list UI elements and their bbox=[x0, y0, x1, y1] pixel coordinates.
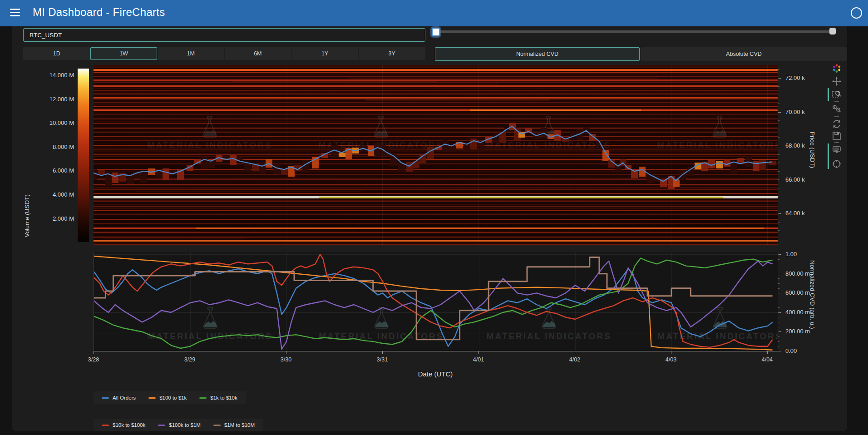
volume-tick: 6.000 M bbox=[14, 167, 74, 174]
app-header: MI Dashboard - FireCharts bbox=[0, 0, 868, 26]
legend-item--1k-to-10k[interactable]: $1k to $10k bbox=[199, 395, 237, 400]
price-axis-title: Price (USDT) bbox=[809, 132, 816, 168]
modebar-separator bbox=[834, 142, 839, 143]
date-tick: 3/30 bbox=[281, 356, 291, 363]
cvd-tick: 1.00 bbox=[785, 251, 797, 257]
legend-label: All Orders bbox=[113, 395, 136, 400]
date-tick: 4/03 bbox=[666, 356, 676, 363]
timeframe-3y-button[interactable]: 3Y bbox=[358, 47, 425, 60]
active-option-indicator bbox=[828, 143, 829, 169]
price-tick: 70.00 k bbox=[785, 109, 805, 115]
date-axis-title: Date (UTC) bbox=[418, 370, 453, 378]
price-line bbox=[94, 126, 772, 181]
volume-tick: 12.000 M bbox=[14, 96, 74, 103]
legend-item--1m-to-10m[interactable]: $1M to $10M bbox=[213, 422, 255, 428]
legend-item-all-orders[interactable]: All Orders bbox=[102, 395, 136, 400]
timeframe-1d-button[interactable]: 1D bbox=[23, 47, 90, 60]
price-tick: 66.00 k bbox=[785, 176, 805, 183]
legend-label: $100 to $1k bbox=[159, 395, 187, 400]
reset-axes-icon[interactable] bbox=[832, 119, 842, 129]
cvd-tick: 400.00 m bbox=[785, 309, 810, 316]
volume-colorbar bbox=[78, 69, 89, 242]
timeframe-button-group: 1D 1W 1M 6M 1Y 3Y bbox=[23, 47, 425, 60]
symbol-input[interactable] bbox=[29, 29, 416, 41]
legend-swatch bbox=[102, 425, 109, 426]
cvd-tick: 200.00 m bbox=[785, 328, 810, 335]
normalized-cvd-button[interactable]: Normalized CVD bbox=[435, 47, 640, 61]
date-tick: 4/04 bbox=[762, 356, 773, 363]
save-icon[interactable] bbox=[832, 131, 842, 141]
timeframe-1y-button[interactable]: 1Y bbox=[291, 47, 359, 60]
legend-label: $1k to $10k bbox=[210, 395, 237, 400]
legend-swatch bbox=[158, 425, 165, 426]
legend-row-2: $10k to $100k$100k to $1M$1M to $10M bbox=[94, 419, 263, 431]
date-tick: 3/31 bbox=[377, 356, 388, 363]
cvd-series--100-to-1k bbox=[94, 256, 773, 350]
plotly-logo-icon[interactable] bbox=[832, 64, 842, 74]
comments-icon[interactable] bbox=[832, 145, 842, 155]
date-tick: 3/29 bbox=[184, 356, 195, 363]
status-circle-icon[interactable] bbox=[851, 7, 862, 19]
legend-swatch bbox=[199, 397, 207, 399]
cvd-axis-title: Normalized CVD (arb. u.) bbox=[809, 260, 816, 329]
slider-handle-min[interactable] bbox=[432, 28, 440, 36]
slider-handle-max[interactable] bbox=[829, 28, 836, 35]
slider-track[interactable] bbox=[434, 30, 834, 33]
date-tick: 3/28 bbox=[88, 356, 99, 363]
absolute-cvd-button[interactable]: Absolute CVD bbox=[641, 47, 847, 61]
legend-label: $1M to $10M bbox=[224, 422, 255, 428]
cvd-tick: 800.00 m bbox=[785, 270, 810, 277]
legend-label: $10k to $100k bbox=[113, 422, 145, 428]
crosshair-spikes-icon[interactable] bbox=[832, 159, 842, 169]
legend-row-1: All Orders$100 to $1k$1k to $10k bbox=[94, 391, 246, 404]
legend-item--100-to-1k[interactable]: $100 to $1k bbox=[148, 395, 187, 400]
volume-tick: 8.000 M bbox=[14, 143, 74, 150]
price-tick: 68.00 k bbox=[785, 142, 805, 149]
date-range-slider[interactable] bbox=[432, 27, 837, 35]
volume-tick: 2.000 M bbox=[14, 215, 74, 222]
cvd-tick: 600.00 m bbox=[785, 289, 810, 296]
date-tick: 4/01 bbox=[473, 356, 484, 363]
volume-tick: 10.000 M bbox=[14, 119, 74, 126]
x-axis-line bbox=[94, 351, 778, 351]
zoom-in-out-icon[interactable] bbox=[832, 104, 842, 114]
legend-swatch bbox=[148, 397, 156, 399]
timeframe-1m-button[interactable]: 1M bbox=[157, 47, 224, 60]
volume-tick: 14.000 M bbox=[14, 72, 74, 79]
cvd-series--10k-to-100k bbox=[94, 254, 773, 347]
legend-swatch bbox=[102, 397, 109, 399]
timeframe-1w-button[interactable]: 1W bbox=[90, 47, 158, 60]
legend-swatch bbox=[213, 425, 221, 426]
price-heatmap-chart[interactable]: MATERIAL INDICATORSMATERIAL INDICATORSMA… bbox=[94, 65, 778, 245]
pan-tool-icon[interactable] bbox=[832, 76, 842, 86]
modebar-separator bbox=[834, 116, 839, 117]
price-tick: 64.00 k bbox=[785, 210, 805, 217]
box-zoom-tool-icon[interactable] bbox=[832, 89, 842, 99]
cvd-chart[interactable]: MATERIAL INDICATORSMATERIAL INDICATORSMA… bbox=[94, 252, 778, 351]
app-title: MI Dashboard - FireCharts bbox=[33, 6, 165, 19]
legend-item--100k-to-1m[interactable]: $100k to $1M bbox=[158, 422, 201, 428]
timeframe-6m-button[interactable]: 6M bbox=[224, 47, 291, 60]
volume-tick: 4.000 M bbox=[14, 191, 74, 198]
legend-item--10k-to-100k[interactable]: $10k to $100k bbox=[102, 422, 145, 428]
cvd-series--1m-to-10m bbox=[94, 257, 773, 339]
price-tick: 72.00 k bbox=[785, 74, 805, 81]
modebar-separator bbox=[834, 101, 839, 102]
legend-label: $100k to $1M bbox=[169, 422, 201, 428]
active-tool-indicator bbox=[828, 88, 829, 101]
cvd-tick: 0.00 bbox=[785, 347, 797, 354]
menu-icon[interactable] bbox=[10, 9, 20, 18]
dashboard-root: MI Dashboard - FireCharts 1D 1W 1M 6M 1Y… bbox=[0, 0, 868, 435]
symbol-input-box bbox=[23, 28, 425, 42]
date-tick: 4/02 bbox=[569, 356, 580, 363]
